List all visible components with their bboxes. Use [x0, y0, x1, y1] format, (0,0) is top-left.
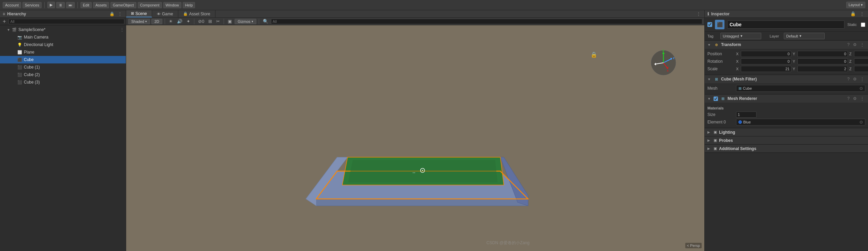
scale-x-input[interactable]	[741, 66, 791, 72]
scene-view-mode-btn[interactable]: ▣	[226, 18, 233, 24]
hierarchy-search[interactable]	[9, 19, 124, 24]
scene-search-input[interactable]	[271, 19, 702, 24]
toolbar-layout-btn[interactable]: Layout ▾	[846, 2, 865, 8]
tree-item-cube3[interactable]: ⬛ Cube (3)	[0, 78, 126, 86]
scene-stats-2[interactable]: ✂	[215, 18, 221, 24]
toolbar-edit-btn[interactable]: Edit	[80, 2, 92, 8]
mesh-value-text: Cube	[743, 86, 858, 90]
scene-canvas[interactable]: ↔ 🔒 CSDN @爱卷的小Zang y z	[126, 25, 704, 251]
mesh-renderer-body: Materials Size Element 0 Blue ⊙	[705, 103, 868, 128]
plane-label: Plane	[24, 50, 126, 55]
transform-section: ▼ ⊕ Transform ? ⚙ ⋮ Position X	[705, 41, 868, 75]
static-checkbox[interactable]	[861, 23, 865, 27]
hierarchy-add-btn[interactable]: +	[1, 19, 7, 24]
size-input[interactable]	[736, 112, 757, 118]
scale-label: Scale	[707, 67, 735, 71]
tree-item-plane[interactable]: ⬜ Plane	[0, 48, 126, 56]
cube-icon-selected: ⬛	[17, 57, 23, 62]
position-y-input[interactable]	[797, 51, 848, 57]
toolbar-services-btn[interactable]: Services	[23, 2, 42, 8]
lighting-icon: ▣	[714, 130, 717, 134]
svg-text:↔: ↔	[412, 170, 416, 175]
scale-z-input[interactable]	[854, 66, 868, 72]
tab-assetstore[interactable]: 🔒 Asset Store	[178, 10, 215, 17]
mesh-renderer-settings-btn[interactable]: ⚙	[852, 96, 858, 101]
tree-item-maincamera[interactable]: 📷 Main Camera	[0, 33, 126, 41]
material-name: Blue	[743, 120, 858, 124]
transform-more-btn[interactable]: ⋮	[859, 42, 865, 47]
toolbar-help-btn[interactable]: Help	[183, 2, 195, 8]
rotation-z-input[interactable]	[854, 58, 868, 64]
toolbar-step-btn[interactable]: ⏭	[66, 2, 75, 8]
mesh-filter-more-btn[interactable]: ⋮	[859, 76, 865, 82]
scene-more-btn[interactable]: ⋮	[695, 11, 702, 17]
mesh-filter-header[interactable]: ▼ ⊞ Cube (Mesh Filter) ? ⚙ ⋮	[705, 75, 868, 83]
scale-y-input[interactable]	[797, 66, 848, 72]
scene-light-btn[interactable]: ☀	[167, 18, 174, 24]
top-toolbar: Account Services ▶ ⏸ ⏭ Edit Assets GameO…	[0, 0, 868, 10]
rotation-y-input[interactable]	[797, 58, 848, 64]
tree-item-samplescene[interactable]: ▼ 🎬 SampleScene* ⋮	[0, 26, 126, 33]
svg-text:CSDN @爱卷的小Zang: CSDN @爱卷的小Zang	[487, 240, 529, 245]
toolbar-component-btn[interactable]: Component	[138, 2, 162, 8]
tab-scene[interactable]: ⊞ Scene	[126, 10, 152, 17]
toolbar-play-btn[interactable]: ▶	[47, 2, 55, 8]
toolbar-pause-btn[interactable]: ⏸	[56, 2, 65, 8]
gizmo[interactable]: y z x	[650, 49, 677, 76]
shading-dropdown[interactable]: Shaded ▾	[128, 19, 150, 24]
position-x-input[interactable]	[741, 51, 791, 57]
tree-item-cube1[interactable]: ⬛ Cube (1)	[0, 63, 126, 71]
toolbar-assets-btn[interactable]: Assets	[93, 2, 109, 8]
samplescene-menu-btn[interactable]: ⋮	[118, 27, 126, 32]
size-field-label: Size	[707, 112, 735, 117]
probes-section[interactable]: ▶ ▣ Probes	[705, 136, 868, 145]
mesh-renderer-header[interactable]: ▼ ⊞ Mesh Renderer ? ⚙ ⋮	[705, 94, 868, 103]
mesh-renderer-enabled[interactable]	[714, 97, 718, 101]
inspector-panel: ℹ Inspector 🔒 ⋮ ⬛ Static Tag Untagged ▾ …	[704, 10, 868, 251]
hierarchy-lock-btn[interactable]: 🔒	[108, 11, 116, 17]
search-icon-btn[interactable]: 🔍	[261, 18, 270, 24]
svg-text:z: z	[673, 56, 675, 60]
toolbar-window-btn[interactable]: Window	[163, 2, 181, 8]
lighting-arrow: ▶	[707, 130, 712, 134]
inspector-lock-btn[interactable]: 🔒	[849, 11, 857, 17]
position-z-input[interactable]	[854, 51, 868, 57]
mesh-filter-help-btn[interactable]: ?	[846, 76, 851, 82]
svg-marker-2	[316, 199, 528, 206]
mesh-renderer-more-btn[interactable]: ⋮	[859, 96, 865, 101]
tree-item-cube2[interactable]: ⬛ Cube (2)	[0, 71, 126, 78]
scene-audio-btn[interactable]: 🔊	[176, 18, 184, 24]
additional-settings-section[interactable]: ▶ ▣ Additional Settings	[705, 145, 868, 153]
object-name-input[interactable]	[727, 20, 844, 29]
lighting-section[interactable]: ▶ ▣ Lighting	[705, 128, 868, 136]
rotation-x-input[interactable]	[741, 58, 791, 64]
transform-header[interactable]: ▼ ⊕ Transform ? ⚙ ⋮	[705, 41, 868, 49]
material-select-btn[interactable]: ⊙	[859, 120, 863, 124]
rotation-z-label: Z	[849, 59, 853, 63]
mesh-filter-icon: ⊞	[714, 76, 719, 82]
mode-2d-btn[interactable]: 2D	[151, 19, 162, 24]
object-active-checkbox[interactable]	[707, 22, 712, 27]
inspector-more-btn[interactable]: ⋮	[859, 11, 865, 17]
transform-help-btn[interactable]: ?	[846, 42, 851, 47]
transform-settings-btn[interactable]: ⚙	[852, 42, 858, 47]
tree-item-dirlight[interactable]: 💡 Directional Light	[0, 41, 126, 48]
camera-icon: 📷	[17, 34, 23, 40]
layer-dropdown[interactable]: Default ▾	[784, 33, 825, 39]
toolbar-gameobject-btn[interactable]: GameObject	[110, 2, 136, 8]
mesh-renderer-help-btn[interactable]: ?	[846, 96, 851, 101]
mesh-filter-settings-btn[interactable]: ⚙	[852, 76, 858, 82]
mesh-filter-title: Cube (Mesh Filter)	[721, 77, 844, 82]
mesh-select-btn[interactable]: ⊙	[859, 86, 863, 91]
scene-fx-btn[interactable]: ✦	[185, 18, 192, 24]
tab-game[interactable]: 👁 Game	[152, 10, 178, 17]
gizmos-btn[interactable]: Gizmos ▾	[235, 19, 256, 24]
scene-stats-1[interactable]: ⊞	[207, 18, 213, 24]
inspector-title: Inspector	[711, 12, 730, 16]
scale-axes: X Y Z	[736, 66, 868, 72]
tree-item-cube[interactable]: ⬛ Cube	[0, 56, 126, 63]
toolbar-account-btn[interactable]: Account	[3, 2, 21, 8]
scene-stats-0[interactable]: ⊘0	[197, 18, 206, 24]
hierarchy-more-btn[interactable]: ⋮	[117, 11, 123, 17]
tag-dropdown[interactable]: Untagged ▾	[720, 33, 761, 39]
